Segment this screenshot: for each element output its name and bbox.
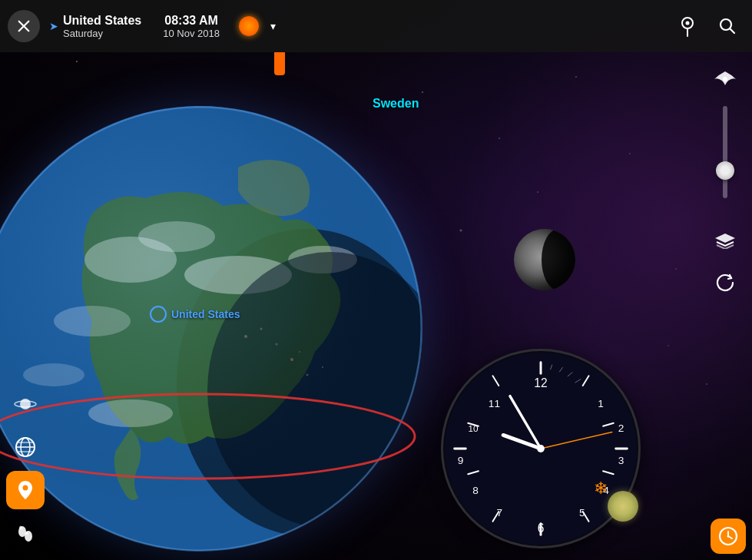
location-name: United States xyxy=(63,14,141,28)
svg-text:5: 5 xyxy=(579,507,585,519)
svg-point-79 xyxy=(727,535,730,538)
slider-track xyxy=(723,106,727,198)
close-button[interactable] xyxy=(8,10,40,42)
location-text: United States Saturday xyxy=(63,14,141,39)
svg-line-6 xyxy=(730,29,735,34)
svg-text:6: 6 xyxy=(538,522,545,535)
current-date: 10 Nov 2018 xyxy=(163,28,220,39)
svg-text:3: 3 xyxy=(618,455,624,466)
left-sidebar xyxy=(0,52,50,560)
clock-icon-button[interactable] xyxy=(711,519,746,554)
sun-position-bar xyxy=(274,52,285,75)
us-circle-marker xyxy=(150,306,167,323)
sunshine-icon: ❄ xyxy=(594,479,608,499)
earth-surface xyxy=(0,106,422,552)
svg-point-75 xyxy=(25,532,28,535)
earth-container: Sweden United States xyxy=(0,52,698,560)
svg-text:1: 1 xyxy=(598,398,604,409)
pin-button[interactable] xyxy=(671,9,704,43)
us-label: United States xyxy=(150,306,240,323)
reset-button[interactable] xyxy=(710,267,740,298)
moon-phase-indicator xyxy=(608,491,638,522)
us-label-text: United States xyxy=(171,308,240,320)
moon xyxy=(514,229,575,290)
current-time: 08:33 AM xyxy=(164,14,218,28)
slider-thumb[interactable] xyxy=(716,161,734,180)
zoom-slider[interactable] xyxy=(723,106,727,214)
svg-text:2: 2 xyxy=(618,423,624,435)
svg-text:9: 9 xyxy=(458,455,464,466)
svg-point-64 xyxy=(20,399,31,409)
sun-circle xyxy=(239,16,259,36)
dropdown-arrow-icon[interactable]: ▾ xyxy=(270,20,276,32)
pin-location-button[interactable] xyxy=(6,471,45,509)
top-bar: ➤ United States Saturday 08:33 AM 10 Nov… xyxy=(0,0,752,52)
globe-view-button[interactable] xyxy=(6,428,45,466)
right-sidebar xyxy=(698,52,752,560)
sun-indicator[interactable] xyxy=(235,12,263,40)
bird-view-button[interactable] xyxy=(706,60,744,98)
earth-globe[interactable] xyxy=(0,106,422,552)
svg-text:12: 12 xyxy=(534,376,547,389)
location-day: Saturday xyxy=(63,28,141,39)
location-arrow-icon: ➤ xyxy=(49,20,58,32)
svg-point-4 xyxy=(686,22,690,25)
layers-button[interactable] xyxy=(706,221,744,260)
datetime-block: 08:33 AM 10 Nov 2018 xyxy=(163,14,220,39)
search-button[interactable] xyxy=(711,9,744,43)
location-info: ➤ United States Saturday xyxy=(49,14,141,39)
saturn-view-button[interactable] xyxy=(6,385,45,423)
svg-point-74 xyxy=(19,526,22,530)
analog-clock: 12 1 2 3 4 5 6 7 8 9 10 11 xyxy=(441,349,641,548)
svg-text:10: 10 xyxy=(469,424,479,434)
svg-text:11: 11 xyxy=(489,398,500,409)
moon-shadow xyxy=(542,229,575,290)
svg-text:8: 8 xyxy=(472,485,479,496)
sweden-label: Sweden xyxy=(373,97,419,111)
clock-face: 12 1 2 3 4 5 6 7 8 9 10 11 xyxy=(443,351,638,546)
svg-point-63 xyxy=(723,77,727,81)
svg-point-71 xyxy=(22,485,28,491)
svg-text:7: 7 xyxy=(496,507,502,519)
svg-point-62 xyxy=(537,445,545,452)
footprints-button[interactable] xyxy=(6,514,45,552)
